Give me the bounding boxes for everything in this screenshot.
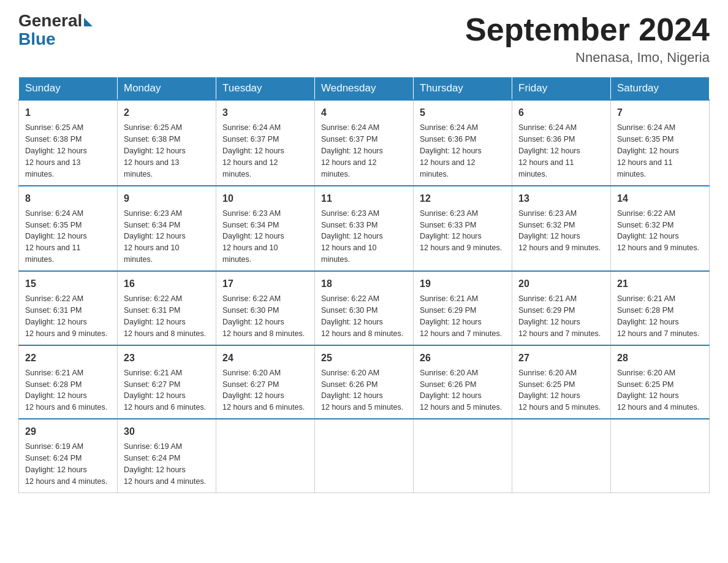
day-number: 25 <box>321 351 407 365</box>
calendar-cell: 6Sunrise: 6:24 AMSunset: 6:36 PMDaylight… <box>512 100 611 185</box>
calendar-cell: 20Sunrise: 6:21 AMSunset: 6:29 PMDayligh… <box>512 271 611 345</box>
calendar-cell: 30Sunrise: 6:19 AMSunset: 6:24 PMDayligh… <box>118 419 216 492</box>
week-row-1: 1Sunrise: 6:25 AMSunset: 6:38 PMDaylight… <box>19 100 710 185</box>
day-info: Sunrise: 6:22 AMSunset: 6:30 PMDaylight:… <box>222 294 305 338</box>
calendar-cell: 2Sunrise: 6:25 AMSunset: 6:38 PMDaylight… <box>118 100 216 185</box>
calendar-header-thursday: Thursday <box>414 77 512 101</box>
day-info: Sunrise: 6:25 AMSunset: 6:38 PMDaylight:… <box>25 123 87 178</box>
logo-blue-text: Blue <box>18 29 56 49</box>
calendar-cell: 4Sunrise: 6:24 AMSunset: 6:37 PMDaylight… <box>315 100 414 185</box>
calendar-header-tuesday: Tuesday <box>216 77 315 101</box>
day-info: Sunrise: 6:23 AMSunset: 6:33 PMDaylight:… <box>321 209 383 264</box>
calendar-cell: 5Sunrise: 6:24 AMSunset: 6:36 PMDaylight… <box>414 100 512 185</box>
calendar-cell: 8Sunrise: 6:24 AMSunset: 6:35 PMDaylight… <box>19 186 118 271</box>
day-info: Sunrise: 6:23 AMSunset: 6:34 PMDaylight:… <box>222 209 284 264</box>
calendar-cell: 22Sunrise: 6:21 AMSunset: 6:28 PMDayligh… <box>19 345 118 419</box>
calendar-header-friday: Friday <box>512 77 611 101</box>
day-number: 30 <box>124 424 210 439</box>
calendar-cell: 25Sunrise: 6:20 AMSunset: 6:26 PMDayligh… <box>315 345 414 419</box>
logo-arrow-icon <box>84 18 93 26</box>
day-info: Sunrise: 6:20 AMSunset: 6:27 PMDaylight:… <box>222 369 305 412</box>
day-number: 27 <box>518 351 604 365</box>
logo-general-text: General <box>18 12 82 29</box>
day-info: Sunrise: 6:25 AMSunset: 6:38 PMDaylight:… <box>124 123 186 178</box>
calendar-cell: 28Sunrise: 6:20 AMSunset: 6:25 PMDayligh… <box>611 345 710 419</box>
calendar-cell: 23Sunrise: 6:21 AMSunset: 6:27 PMDayligh… <box>118 345 216 419</box>
day-info: Sunrise: 6:24 AMSunset: 6:35 PMDaylight:… <box>617 123 679 178</box>
day-number: 22 <box>25 351 111 365</box>
calendar-cell: 17Sunrise: 6:22 AMSunset: 6:30 PMDayligh… <box>216 271 315 345</box>
calendar-cell: 12Sunrise: 6:23 AMSunset: 6:33 PMDayligh… <box>414 186 512 271</box>
calendar-cell: 10Sunrise: 6:23 AMSunset: 6:34 PMDayligh… <box>216 186 315 271</box>
day-number: 11 <box>321 191 407 205</box>
day-info: Sunrise: 6:23 AMSunset: 6:33 PMDaylight:… <box>420 209 502 253</box>
calendar-cell <box>512 419 611 492</box>
calendar-cell: 16Sunrise: 6:22 AMSunset: 6:31 PMDayligh… <box>118 271 216 345</box>
day-number: 28 <box>617 351 703 365</box>
calendar-cell: 18Sunrise: 6:22 AMSunset: 6:30 PMDayligh… <box>315 271 414 345</box>
day-info: Sunrise: 6:22 AMSunset: 6:31 PMDaylight:… <box>25 294 107 338</box>
day-number: 21 <box>617 277 703 291</box>
calendar-header-monday: Monday <box>118 77 216 101</box>
calendar-header-wednesday: Wednesday <box>315 77 414 101</box>
calendar-cell <box>611 419 710 492</box>
day-number: 20 <box>518 277 604 291</box>
day-number: 14 <box>617 191 703 205</box>
day-info: Sunrise: 6:22 AMSunset: 6:32 PMDaylight:… <box>617 209 699 253</box>
day-number: 16 <box>124 277 210 291</box>
calendar-cell: 19Sunrise: 6:21 AMSunset: 6:29 PMDayligh… <box>414 271 512 345</box>
day-info: Sunrise: 6:21 AMSunset: 6:29 PMDaylight:… <box>420 294 502 338</box>
day-info: Sunrise: 6:21 AMSunset: 6:28 PMDaylight:… <box>25 369 107 412</box>
calendar-cell: 7Sunrise: 6:24 AMSunset: 6:35 PMDaylight… <box>611 100 710 185</box>
calendar-cell: 15Sunrise: 6:22 AMSunset: 6:31 PMDayligh… <box>19 271 118 345</box>
calendar-cell <box>216 419 315 492</box>
day-number: 4 <box>321 105 407 120</box>
week-row-4: 22Sunrise: 6:21 AMSunset: 6:28 PMDayligh… <box>19 345 710 419</box>
day-number: 13 <box>518 191 604 205</box>
calendar-table: SundayMondayTuesdayWednesdayThursdayFrid… <box>18 77 710 493</box>
day-number: 12 <box>420 191 506 205</box>
calendar-cell: 1Sunrise: 6:25 AMSunset: 6:38 PMDaylight… <box>19 100 118 185</box>
day-number: 3 <box>222 105 308 120</box>
calendar-header-sunday: Sunday <box>19 77 118 101</box>
day-info: Sunrise: 6:22 AMSunset: 6:30 PMDaylight:… <box>321 294 403 338</box>
day-info: Sunrise: 6:21 AMSunset: 6:27 PMDaylight:… <box>124 369 206 412</box>
calendar-header-row: SundayMondayTuesdayWednesdayThursdayFrid… <box>19 77 710 101</box>
day-info: Sunrise: 6:20 AMSunset: 6:26 PMDaylight:… <box>420 369 502 412</box>
calendar-cell: 27Sunrise: 6:20 AMSunset: 6:25 PMDayligh… <box>512 345 611 419</box>
day-info: Sunrise: 6:20 AMSunset: 6:25 PMDaylight:… <box>617 369 699 412</box>
calendar-cell <box>315 419 414 492</box>
calendar-cell: 13Sunrise: 6:23 AMSunset: 6:32 PMDayligh… <box>512 186 611 271</box>
day-number: 9 <box>124 191 210 205</box>
calendar-cell: 3Sunrise: 6:24 AMSunset: 6:37 PMDaylight… <box>216 100 315 185</box>
day-number: 29 <box>25 424 111 439</box>
day-info: Sunrise: 6:23 AMSunset: 6:32 PMDaylight:… <box>518 209 601 253</box>
day-number: 19 <box>420 277 506 291</box>
month-title: September 2024 <box>465 12 710 47</box>
calendar-header-saturday: Saturday <box>611 77 710 101</box>
logo: General Blue <box>18 12 93 49</box>
calendar-cell: 24Sunrise: 6:20 AMSunset: 6:27 PMDayligh… <box>216 345 315 419</box>
day-number: 8 <box>25 191 111 205</box>
day-info: Sunrise: 6:21 AMSunset: 6:28 PMDaylight:… <box>617 294 699 338</box>
day-info: Sunrise: 6:19 AMSunset: 6:24 PMDaylight:… <box>124 442 206 486</box>
week-row-2: 8Sunrise: 6:24 AMSunset: 6:35 PMDaylight… <box>19 186 710 271</box>
day-info: Sunrise: 6:20 AMSunset: 6:25 PMDaylight:… <box>518 369 601 412</box>
day-number: 15 <box>25 277 111 291</box>
week-row-3: 15Sunrise: 6:22 AMSunset: 6:31 PMDayligh… <box>19 271 710 345</box>
day-info: Sunrise: 6:24 AMSunset: 6:36 PMDaylight:… <box>518 123 580 178</box>
day-number: 2 <box>124 105 210 120</box>
day-number: 1 <box>25 105 111 120</box>
day-info: Sunrise: 6:21 AMSunset: 6:29 PMDaylight:… <box>518 294 601 338</box>
calendar-cell: 9Sunrise: 6:23 AMSunset: 6:34 PMDaylight… <box>118 186 216 271</box>
day-info: Sunrise: 6:23 AMSunset: 6:34 PMDaylight:… <box>124 209 186 264</box>
day-info: Sunrise: 6:22 AMSunset: 6:31 PMDaylight:… <box>124 294 206 338</box>
title-block: September 2024 Nnenasa, Imo, Nigeria <box>465 12 710 66</box>
calendar-cell <box>414 419 512 492</box>
day-info: Sunrise: 6:24 AMSunset: 6:35 PMDaylight:… <box>25 209 87 264</box>
day-number: 24 <box>222 351 308 365</box>
calendar-cell: 11Sunrise: 6:23 AMSunset: 6:33 PMDayligh… <box>315 186 414 271</box>
page-header: General Blue September 2024 Nnenasa, Imo… <box>18 12 710 66</box>
day-number: 23 <box>124 351 210 365</box>
day-info: Sunrise: 6:24 AMSunset: 6:36 PMDaylight:… <box>420 123 482 178</box>
